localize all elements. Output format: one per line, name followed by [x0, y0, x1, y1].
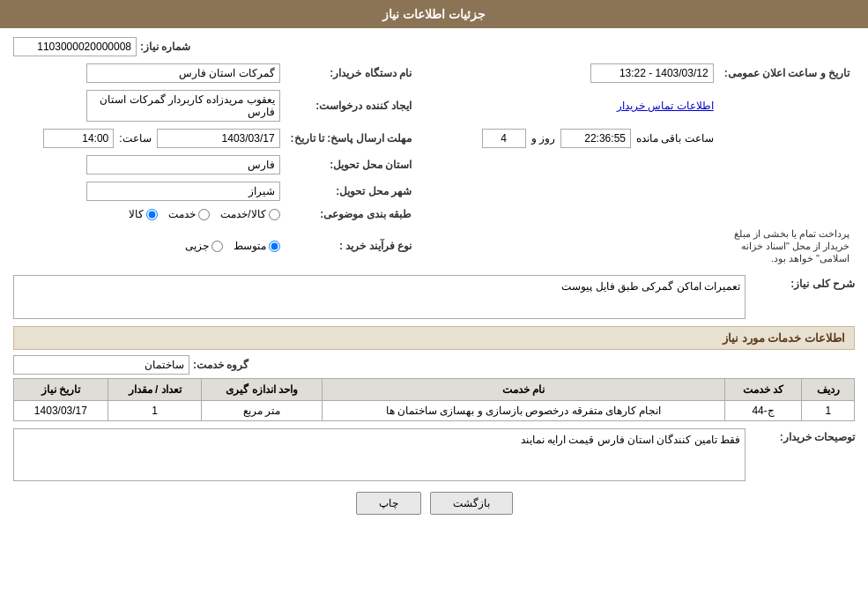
cell-vahed: متر مربع [202, 401, 323, 421]
page-title: جزئیات اطلاعات نیاز [382, 7, 486, 21]
tosif-value: فقط تامین کنندگان استان فارس قیمت ارایه … [13, 428, 746, 481]
mohlat-baghimande-label: ساعت باقی مانده [636, 132, 714, 145]
grohe-khadmat-label: گروه خدمت: [193, 359, 249, 371]
row-tabaghe: طبقه بندی موضوعی: کالا/خدمت خدمت کالا [13, 204, 855, 224]
row-shahr: شهر محل تحویل: شیراز [13, 178, 855, 204]
grohe-khadmat-row: گروه خدمت: ساختمان [13, 355, 855, 375]
cell-tedad: 1 [108, 401, 202, 421]
shahr-value: شیراز [86, 182, 280, 201]
tarikhElan-label: تاریخ و ساعت اعلان عمومی: [719, 60, 855, 86]
row-noe-farayand: پرداخت تمام یا بخشی از مبلغ خریدار از مح… [13, 224, 855, 268]
sharh-value: تعمیرات اماکن گمرکی طبق فایل پیوست [13, 275, 746, 319]
info-table-top: تاریخ و ساعت اعلان عمومی: 1403/03/12 - 1… [13, 60, 855, 268]
row-ealaan-dastgah: تاریخ و ساعت اعلان عمومی: 1403/03/12 - 1… [13, 60, 855, 86]
noe-farayand-label: نوع فرآیند خرید : [286, 224, 417, 268]
grohe-khadmat-value: ساختمان [13, 355, 189, 375]
noe-farayand-motovaset[interactable]: متوسط [234, 240, 280, 252]
noe-farayand-radio-group: متوسط جزیی [19, 240, 280, 252]
row-mohlat: ساعت باقی مانده 22:36:55 روز و 4 مهلت ار… [13, 125, 855, 152]
sharh-label: شرح کلی نیاز: [749, 275, 855, 290]
tabaghe-option-kala[interactable]: کالا [129, 208, 158, 220]
ostan-label: استان محل تحویل: [286, 152, 417, 178]
content-area: شماره نیاز: 1103000020000008 تاریخ و ساع… [0, 37, 868, 515]
namDastgah-value: گمرکات استان فارس [86, 63, 280, 83]
col-vahed: واحد اندازه گیری [202, 379, 323, 401]
buttons-row: بازگشت چاپ [13, 492, 855, 515]
mohlat-roz-label: روز و [531, 132, 555, 145]
cell-tarikh: 1403/03/17 [14, 401, 108, 421]
col-tarikh: تاریخ نیاز [14, 379, 108, 401]
mohlat-date: 1403/03/17 [157, 129, 280, 148]
col-kod: کد خدمت [724, 379, 802, 401]
tosif-label: توصیحات خریدار: [749, 428, 855, 443]
mohlat-roz: 4 [482, 129, 526, 148]
shomare-niaz-label: شماره نیاز: [140, 41, 190, 53]
tosif-text: فقط تامین کنندگان استان فارس قیمت ارایه … [521, 434, 740, 446]
mohlat-label: مهلت ارسال پاسخ: تا تاریخ: [286, 125, 417, 152]
col-nam: نام خدمت [323, 379, 725, 401]
tabaghe-label: طبقه بندی موضوعی: [286, 204, 417, 224]
page-wrapper: جزئیات اطلاعات نیاز شماره نیاز: 11030000… [0, 0, 868, 609]
sharh-text: تعمیرات اماکن گمرکی طبق فایل پیوست [561, 280, 740, 293]
noe-farayand-jozii[interactable]: جزیی [185, 240, 223, 252]
sharh-section-row: شرح کلی نیاز: تعمیرات اماکن گمرکی طبق فا… [13, 275, 855, 319]
cell-radif: 1 [802, 401, 855, 421]
col-tedad: تعداد / مقدار [108, 379, 202, 401]
row-ostan: استان محل تحویل: فارس [13, 152, 855, 178]
cell-kod: ج-44 [724, 401, 802, 421]
print-button[interactable]: چاپ [356, 492, 421, 515]
ijadKonande-label: ایجاد کننده درخواست: [286, 86, 417, 125]
service-section-header: اطلاعات خدمات مورد نیاز [13, 326, 855, 350]
mohlat-countdown: 22:36:55 [560, 129, 631, 148]
namDastgah-label: نام دستگاه خریدار: [286, 60, 417, 86]
tabaghe-radio-group: کالا/خدمت خدمت کالا [19, 208, 280, 220]
services-table: ردیف کد خدمت نام خدمت واحد اندازه گیری ت… [13, 378, 855, 421]
back-button[interactable]: بازگشت [430, 492, 513, 515]
page-header: جزئیات اطلاعات نیاز [0, 0, 868, 28]
cell-nam: انجام کارهای متفرقه درخصوص بازسازی و بهس… [323, 401, 725, 421]
ijadKonande-link[interactable]: اطلاعات تماس خریدار [617, 100, 714, 112]
mohlat-saat: 14:00 [43, 129, 114, 148]
shahr-label: شهر محل تحویل: [286, 178, 417, 204]
ostan-value: فارس [86, 155, 280, 175]
tosif-section-row: توصیحات خریدار: فقط تامین کنندگان استان … [13, 428, 855, 481]
col-radif: ردیف [802, 379, 855, 401]
table-header-row: ردیف کد خدمت نام خدمت واحد اندازه گیری ت… [14, 379, 855, 401]
tabaghe-option-kala-khadmat[interactable]: کالا/خدمت [220, 208, 279, 220]
table-row: 1ج-44انجام کارهای متفرقه درخصوص بازسازی … [14, 401, 855, 421]
tarikhElan-value: 1403/03/12 - 13:22 [590, 63, 714, 83]
tabaghe-option-khadmat[interactable]: خدمت [168, 208, 210, 220]
ijadKonande-value: یعقوب مریدزاده کاربردار گمرکات استان فار… [86, 90, 280, 122]
noe-farayand-note: پرداخت تمام یا بخشی از مبلغ خریدار از مح… [734, 227, 849, 265]
shomare-niaz-row: شماره نیاز: 1103000020000008 [13, 37, 855, 56]
row-ijad: اطلاعات تماس خریدار ایجاد کننده درخواست:… [13, 86, 855, 125]
mohlat-saat-label: ساعت: [119, 132, 151, 145]
shomare-niaz-value: 1103000020000008 [13, 37, 137, 56]
